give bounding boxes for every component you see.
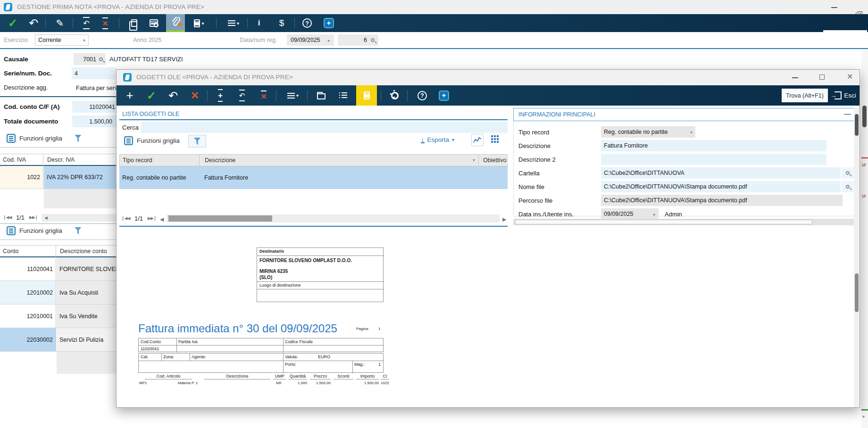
numero-registrazione-field[interactable]: 6 xyxy=(338,34,378,46)
nome-file-lookup-button[interactable] xyxy=(842,181,854,192)
lista-selected-row[interactable]: Reg. contabile no partite Fattura Fornit… xyxy=(119,166,508,189)
iva-row[interactable]: 1022 IVA 22% DPR 633/72 xyxy=(0,166,116,189)
scroll-left-icon[interactable]: ◀ xyxy=(160,216,163,222)
conti-row-selected[interactable]: 22030002 Servizi Di Pulizia xyxy=(0,328,116,351)
conti-empty-row[interactable] xyxy=(0,351,116,373)
info-button[interactable]: i xyxy=(250,14,268,32)
first-page-icon[interactable]: ❘◀◀ xyxy=(121,216,130,221)
settings-button[interactable] xyxy=(384,85,405,106)
chart-button[interactable] xyxy=(471,134,484,146)
esercizio-select[interactable]: Corrente ▾ xyxy=(35,34,89,46)
help-button[interactable]: ? xyxy=(412,85,433,106)
info-h-scrollbar-thumb[interactable] xyxy=(515,220,812,224)
grid-view-button[interactable] xyxy=(491,135,493,137)
filter-caret-icon[interactable]: ▾ xyxy=(473,157,475,163)
document-active-button[interactable] xyxy=(356,85,377,106)
descrizione-field[interactable]: Fattura Fornitore xyxy=(601,140,826,151)
dialog-trova-button[interactable]: Trova (Alt+F1) xyxy=(782,89,828,102)
undo-button[interactable]: ↶ xyxy=(25,14,42,32)
open-folder-button[interactable] xyxy=(311,85,332,106)
tipo-record-select[interactable]: Reg. contabile no partite ▾ xyxy=(601,126,695,138)
last-page-icon[interactable]: ▶▶❘ xyxy=(148,216,156,221)
cartella-lookup-button[interactable] xyxy=(842,167,854,179)
confirm-button[interactable]: ✓ xyxy=(4,14,22,32)
totale-field[interactable]: 1.500,00 xyxy=(72,115,116,127)
conti-row[interactable]: 11020041 FORNITORE SLOVENO xyxy=(0,257,116,280)
menu-button[interactable]: ▾ xyxy=(281,85,305,106)
iva-col-descr[interactable]: Descr. IVA xyxy=(44,154,116,166)
insert-row-button[interactable]: + xyxy=(211,85,230,106)
descrizione-conto-cell[interactable]: Iva Su Vendite xyxy=(57,305,116,328)
delete-button[interactable]: ✕ xyxy=(185,85,204,106)
v-scrollbar-thumb[interactable] xyxy=(862,106,867,127)
filter-button[interactable] xyxy=(188,135,206,148)
conto-cell[interactable]: 11020041 xyxy=(0,257,56,280)
info-h-scrollbar-track[interactable] xyxy=(513,219,856,225)
col-tipo-record[interactable]: Tipo record xyxy=(123,157,152,164)
revise-row-button[interactable]: ↶ xyxy=(77,14,95,32)
collapse-icon[interactable]: — xyxy=(844,110,851,118)
nome-file-field[interactable]: C:\Cube2\Office\DITTANUOVA\Stampa docume… xyxy=(601,181,841,192)
funzioni-griglia-button-2[interactable]: Funzioni griglia xyxy=(7,226,82,235)
conti-row[interactable]: 12010002 Iva Su Acquisti xyxy=(0,280,116,304)
revise-row-button[interactable]: ↶ xyxy=(233,85,251,106)
descrizione-agg-field[interactable]: Fattura per serv xyxy=(76,82,116,94)
dialog-close-icon[interactable]: ✕ xyxy=(847,73,853,81)
col-obiettivo[interactable]: Obiettivo xyxy=(483,157,508,164)
descrizione-conto-cell[interactable]: Iva Su Acquisti xyxy=(57,281,116,305)
conti-row[interactable]: 12010001 Iva Su Vendite xyxy=(0,304,116,328)
cod-conto-field[interactable]: 11020041 xyxy=(72,101,116,113)
data-registrazione-field[interactable]: 09/09/2025 ▸ xyxy=(287,34,334,46)
currency-button[interactable]: $ xyxy=(273,14,291,32)
cerca-input[interactable] xyxy=(141,122,508,133)
registry-search-button[interactable] xyxy=(144,14,163,32)
cartella-field[interactable]: C:\Cube2\Office\DITTANUOVA xyxy=(601,167,841,179)
last-page-icon[interactable]: ▶▶❘ xyxy=(29,215,38,220)
list-button[interactable] xyxy=(333,85,353,106)
esci-button[interactable]: Esci xyxy=(832,89,859,102)
first-page-icon[interactable]: ❘◀◀ xyxy=(3,215,11,220)
scroll-left-icon[interactable]: ◀ xyxy=(44,215,47,220)
delete-row-button[interactable]: ✕ xyxy=(96,14,114,32)
assistant-button[interactable] xyxy=(319,14,339,32)
conto-cell[interactable]: 22030002 xyxy=(0,328,56,352)
attachments-button[interactable] xyxy=(166,14,185,32)
serie-field[interactable]: 4 xyxy=(72,67,116,79)
conti-col-conto[interactable]: Conto xyxy=(0,246,56,258)
scroll-down-icon[interactable]: ▾ xyxy=(862,414,865,419)
iva-empty-row[interactable] xyxy=(0,189,116,208)
h-scrollbar-thumb[interactable] xyxy=(168,215,272,222)
help-button[interactable]: ? xyxy=(298,14,316,32)
iva-col-cod[interactable]: Cod. IVA xyxy=(0,154,43,166)
descrizione-conto-cell[interactable]: FORNITORE SLOVENO xyxy=(57,257,116,280)
filter-funnel-icon[interactable] xyxy=(75,135,82,142)
conto-cell[interactable]: 12010001 xyxy=(0,305,56,328)
col-descrizione[interactable]: Descrizione xyxy=(205,157,235,164)
add-button[interactable]: + xyxy=(120,85,139,106)
scroll-right-icon[interactable]: ▶ xyxy=(502,216,506,222)
conti-col-descr[interactable]: Descrizione conto xyxy=(57,246,116,258)
edit-button[interactable]: ✎ xyxy=(51,14,69,32)
documents-menu-button[interactable]: ▾ xyxy=(188,14,210,32)
dialog-v-scrollbar-track[interactable] xyxy=(854,107,860,407)
descrizione-conto-cell[interactable]: Servizi Di Pulizia xyxy=(57,328,116,352)
assistant-button[interactable] xyxy=(434,85,454,106)
undo-button[interactable]: ↶ xyxy=(164,85,183,106)
descrizione2-field[interactable] xyxy=(601,154,826,165)
causale-field[interactable]: 7001 xyxy=(74,53,106,65)
iva-cod-cell[interactable]: 1022 xyxy=(0,166,43,189)
filter-funnel-icon[interactable] xyxy=(75,227,82,235)
iva-descr-cell[interactable]: IVA 22% DPR 633/72 xyxy=(44,166,116,189)
esporta-button[interactable]: ↓ Esporta ▾ xyxy=(421,136,454,143)
dialog-funzioni-griglia-button[interactable]: Funzioni griglia xyxy=(124,136,180,145)
dialog-v-scrollbar-thumb[interactable] xyxy=(855,114,859,136)
dialog-maximize-icon[interactable] xyxy=(819,74,825,80)
dialog-minimize-icon[interactable] xyxy=(792,77,798,78)
menu-button[interactable]: ▾ xyxy=(222,14,245,32)
preview-v-scrollbar-thumb[interactable] xyxy=(855,273,859,312)
duplicate-button[interactable] xyxy=(125,14,143,32)
conto-cell[interactable]: 12010002 xyxy=(0,281,56,305)
h-scrollbar-track[interactable] xyxy=(42,214,116,222)
confirm-button[interactable]: ✓ xyxy=(142,85,161,106)
data-inserimento-field[interactable]: 09/09/2025 ▸ xyxy=(601,208,659,220)
